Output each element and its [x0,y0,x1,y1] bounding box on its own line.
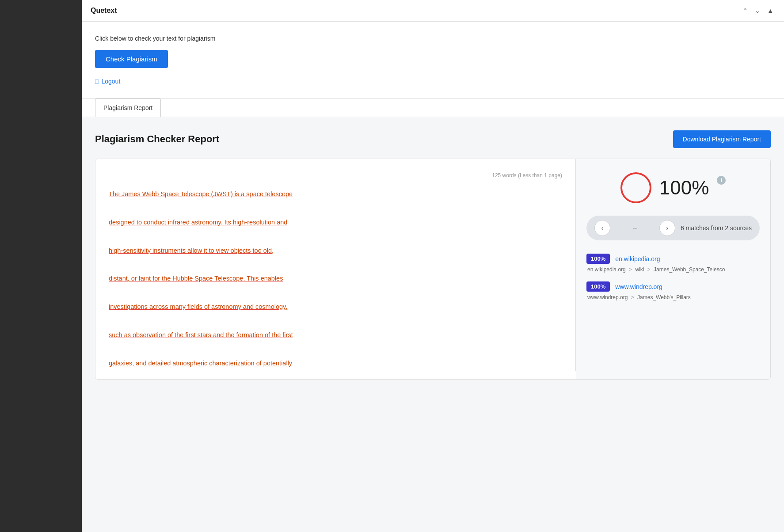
logout-link[interactable]: □ Logout [95,78,771,85]
minimize-button[interactable]: ⌃ [741,6,750,15]
word-count: 125 words (Less than 1 page) [109,172,562,179]
text-line-5: investigations across many fields of ast… [109,303,287,310]
source-badge-1: 100% [586,254,610,264]
report-section: Plagiarism Checker Report Download Plagi… [82,117,784,532]
expand-button[interactable]: ⌄ [753,6,762,15]
main-content: Quetext ⌃ ⌄ ▲ Click below to check your … [82,0,784,532]
download-report-button[interactable]: Download Plagiarism Report [673,130,771,148]
nav-prev-button[interactable]: ‹ [594,220,610,236]
text-line-2: designed to conduct infrared astronomy. … [109,219,287,226]
nav-next-button[interactable]: › [659,220,675,236]
score-panel: 100% i ‹ -- › 6 matches from 2 sources 1… [576,159,770,379]
tab-plagiarism-report[interactable]: Plagiarism Report [95,99,161,117]
text-line-4: distant, or faint for the Hubble Space T… [109,275,283,282]
text-panel: 125 words (Less than 1 page) The James W… [95,159,576,371]
source-item-1: 100% en.wikipedia.org en.wikipedia.org >… [586,254,760,273]
text-line-6: such as observation of the first stars a… [109,331,293,338]
subtitle-text: Click below to check your text for plagi… [95,35,771,42]
source-header-1: 100% en.wikipedia.org [586,254,760,264]
check-plagiarism-button[interactable]: Check Plagiarism [95,50,168,68]
text-content: The James Webb Space Telescope (JWST) is… [109,187,562,371]
source-path-1: en.wikipedia.org > wiki > James_Webb_Spa… [587,266,760,273]
source-link-2[interactable]: www.windrep.org [615,283,662,290]
source-header-2: 100% www.windrep.org [586,281,760,292]
source-badge-2: 100% [586,281,610,292]
header-controls: ⌃ ⌄ ▲ [741,6,775,15]
report-header: Plagiarism Checker Report Download Plagi… [95,130,771,148]
score-percent: 100% [659,177,709,199]
source-separator-1-2: > [647,266,652,273]
source-path-part-2-2: James_Webb's_Pillars [637,294,691,300]
text-line-7: galaxies, and detailed atmospheric chara… [109,360,292,367]
score-circle [620,172,651,203]
tabs-area: Plagiarism Report [82,99,784,117]
matches-text: 6 matches from 2 sources [681,224,752,232]
source-path-part-1-3: James_Webb_Space_Telesco [654,266,725,273]
nav-dash: -- [616,224,654,232]
source-item-2: 100% www.windrep.org www.windrep.org > J… [586,281,760,300]
source-link-1[interactable]: en.wikipedia.org [615,255,660,262]
report-body: 125 words (Less than 1 page) The James W… [95,159,771,380]
info-icon[interactable]: i [717,176,726,185]
nav-row: ‹ -- › 6 matches from 2 sources [586,216,760,240]
source-path-part-1-2: wiki [635,266,644,273]
score-top: 100% i [586,172,760,203]
body-area: Click below to check your text for plagi… [82,22,784,99]
report-title: Plagiarism Checker Report [95,133,219,145]
app-header: Quetext ⌃ ⌄ ▲ [82,0,784,22]
left-sidebar [0,0,82,532]
source-path-part-2-1: www.windrep.org [587,294,628,300]
text-line-1: The James Webb Space Telescope (JWST) is… [109,190,293,198]
logout-label: Logout [101,78,120,85]
source-path-part-1-1: en.wikipedia.org [587,266,626,273]
text-line-3: high-sensitivity instruments allow it to… [109,247,274,254]
source-separator-2-1: > [631,294,636,300]
source-path-2: www.windrep.org > James_Webb's_Pillars [587,294,760,300]
logout-icon: □ [95,78,99,85]
source-separator-1-1: > [629,266,633,273]
close-button[interactable]: ▲ [765,6,775,15]
app-title: Quetext [91,7,117,15]
